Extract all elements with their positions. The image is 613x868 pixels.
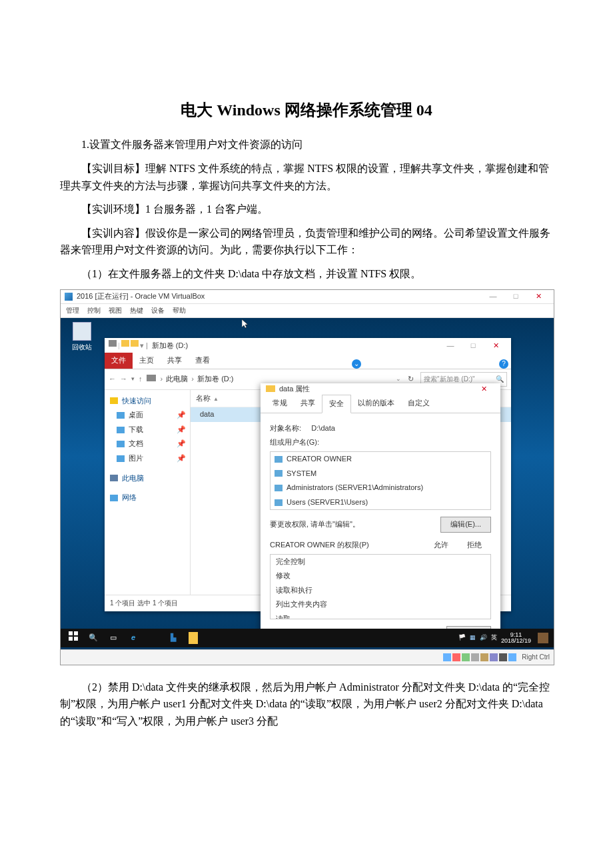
explorer-minimize-button[interactable]: — [439, 340, 462, 352]
ribbon-expand-icon[interactable]: ⌄ [352, 359, 361, 369]
ribbon-tabs: 文件 主页 共享 查看 ⌄ ? [105, 354, 511, 369]
breadcrumb-drive[interactable]: 新加卷 (D:) [197, 375, 233, 383]
tab-file[interactable]: 文件 [105, 353, 133, 369]
group-user-label: 组或用户名(G): [270, 437, 491, 449]
paragraph-2: 【实训目标】理解 NTFS 文件系统的特点，掌握 NTFS 权限的设置，理解共享… [60, 160, 553, 194]
sidebar-desktop[interactable]: 桌面 📌 [107, 408, 187, 423]
taskbar-clock[interactable]: 9:11 2018/12/19 [501, 632, 531, 644]
properties-tabs: 常规 共享 安全 以前的版本 自定义 [261, 395, 500, 413]
menu-manage[interactable]: 管理 [66, 305, 79, 316]
menu-help[interactable]: 帮助 [173, 305, 186, 316]
edit-button[interactable]: 编辑(E)... [440, 517, 491, 533]
object-name-label: 对象名称: [270, 424, 301, 432]
breadcrumb-pc[interactable]: 此电脑 [166, 375, 188, 383]
sidebar-documents[interactable]: 文档 📌 [107, 437, 187, 451]
explorer-close-button[interactable]: ✕ [484, 340, 507, 352]
perm-item: 列出文件夹内容 [271, 597, 490, 612]
user-item[interactable]: Administrators (SERVER1\Administrators) [271, 481, 490, 495]
properties-close-button[interactable]: ✕ [472, 383, 495, 395]
menu-hotkeys[interactable]: 热键 [130, 305, 143, 316]
sidebar-downloads[interactable]: 下载 📌 [107, 423, 187, 437]
action-center-button[interactable] [538, 633, 548, 643]
sidebar-downloads-label: 下载 [129, 424, 143, 436]
user-item[interactable]: CREATOR OWNER [271, 452, 490, 467]
vm-title-text: 2016 [正在运行] - Oracle VM VirtualBox [77, 291, 205, 303]
maximize-button[interactable]: □ [504, 291, 527, 303]
task-view-button[interactable]: ▭ [103, 632, 123, 644]
tab-security[interactable]: 安全 [322, 395, 351, 413]
taskbar-search-button[interactable]: 🔍 [83, 632, 103, 644]
user-item[interactable]: Users (SERVER1\Users) [271, 495, 490, 510]
user-icon [275, 499, 283, 506]
pin-icon: 📌 [177, 438, 186, 450]
explorer-title-text: 新加卷 (D:) [152, 340, 188, 352]
vm-titlebar[interactable]: 2016 [正在运行] - Oracle VM VirtualBox — □ ✕ [61, 290, 554, 304]
vm-hostkey-text: Right Ctrl [522, 652, 550, 663]
menu-control[interactable]: 控制 [87, 305, 101, 316]
paragraph-5: （1）在文件服务器上的文件夹 D:\data 中存放文档，并设置 NTFS 权限… [60, 265, 553, 283]
sidebar-thispc[interactable]: 此电脑 [107, 471, 187, 486]
tray-ime-text[interactable]: 英 [491, 633, 497, 642]
documents-icon [117, 441, 125, 447]
sort-caret-icon: ▲ [213, 396, 219, 402]
start-button[interactable] [63, 631, 83, 645]
sidebar-quick-access[interactable]: 快速访问 [107, 394, 187, 409]
object-name-value: D:\data [311, 424, 334, 432]
nav-up-button[interactable]: ↑ [139, 373, 143, 385]
sidebar-documents-label: 文档 [129, 438, 143, 450]
close-button[interactable]: ✕ [527, 291, 550, 303]
permissions-listbox[interactable]: 完全控制 修改 读取和执行 列出文件夹内容 读取 写入 [270, 554, 491, 619]
vm-indicator-icon[interactable] [452, 653, 460, 661]
perm-item: 修改 [271, 569, 490, 583]
tab-general[interactable]: 常规 [266, 395, 294, 413]
vm-indicator-icon[interactable] [443, 653, 451, 661]
vm-indicator-icon[interactable] [490, 653, 498, 661]
tray-sound-icon[interactable]: 🔊 [480, 633, 487, 642]
tab-custom[interactable]: 自定义 [401, 395, 436, 413]
nav-back-button[interactable]: ← [109, 373, 116, 385]
explorer-titlebar[interactable]: | ▾ | 新加卷 (D:) — □ ✕ [105, 338, 511, 354]
star-icon [110, 397, 118, 404]
guest-desktop[interactable]: 回收站 | ▾ | 新加卷 (D:) — □ ✕ [61, 318, 554, 665]
vm-indicator-icon[interactable] [508, 653, 516, 661]
user-icon [275, 485, 283, 491]
tab-view[interactable]: 查看 [189, 353, 217, 369]
pin-icon: 📌 [177, 409, 186, 421]
sidebar-quick-label: 快速访问 [122, 395, 151, 407]
vm-indicator-icon[interactable] [471, 653, 479, 661]
user-item[interactable]: SYSTEM [271, 467, 490, 481]
vm-indicator-icon[interactable] [499, 653, 507, 661]
taskbar-server-manager-icon[interactable]: ▙ [163, 632, 183, 644]
nav-recent-button[interactable]: ▾ [131, 374, 135, 383]
menu-devices[interactable]: 设备 [151, 305, 165, 316]
sidebar-network[interactable]: 网络 [107, 491, 187, 505]
help-icon[interactable]: ? [499, 359, 508, 369]
vm-indicator-icon[interactable] [480, 653, 488, 661]
tab-share[interactable]: 共享 [294, 395, 322, 413]
computer-icon [110, 475, 118, 481]
edit-hint-text: 要更改权限, 请单击"编辑"。 [270, 519, 360, 531]
virtualbox-icon [65, 293, 73, 301]
tab-home[interactable]: 主页 [133, 353, 161, 369]
tray-network-icon[interactable]: ▦ [470, 633, 476, 642]
sidebar-pictures[interactable]: 图片 📌 [107, 451, 187, 466]
taskbar-flag-icon[interactable]: 🏳️ [458, 633, 466, 642]
pin-icon: 📌 [177, 424, 186, 436]
user-listbox[interactable]: CREATOR OWNER SYSTEM Administrators (SER… [270, 451, 491, 510]
explorer-maximize-button[interactable]: □ [462, 340, 484, 352]
tab-previous[interactable]: 以前的版本 [351, 395, 401, 413]
file-name: data [200, 410, 214, 418]
vm-indicator-icon[interactable] [462, 653, 470, 661]
recycle-bin-label: 回收站 [66, 342, 98, 353]
properties-titlebar[interactable]: data 属性 ✕ [261, 383, 500, 395]
taskbar-app-icon[interactable] [189, 632, 198, 644]
taskbar-ie-icon[interactable]: e [123, 632, 143, 644]
svg-rect-2 [69, 637, 73, 641]
menu-view[interactable]: 视图 [109, 305, 122, 316]
nav-forward-button[interactable]: → [120, 373, 127, 385]
disk-icon [147, 375, 156, 381]
recycle-bin[interactable]: 回收站 [66, 322, 98, 353]
minimize-button[interactable]: — [482, 291, 504, 303]
tab-share[interactable]: 共享 [161, 353, 189, 369]
pin-icon: 📌 [177, 453, 186, 465]
